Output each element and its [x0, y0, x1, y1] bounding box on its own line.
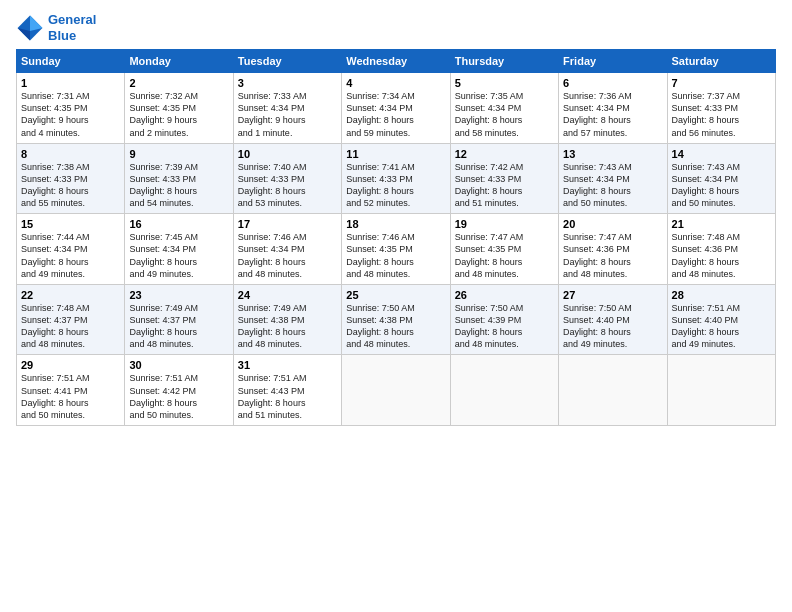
calendar-week-4: 22Sunrise: 7:48 AM Sunset: 4:37 PM Dayli… — [17, 284, 776, 355]
col-header-saturday: Saturday — [667, 50, 775, 73]
day-number: 25 — [346, 289, 445, 301]
day-number: 7 — [672, 77, 771, 89]
day-number: 10 — [238, 148, 337, 160]
calendar-cell-12: 12Sunrise: 7:42 AM Sunset: 4:33 PM Dayli… — [450, 143, 558, 214]
day-info: Sunrise: 7:51 AM Sunset: 4:41 PM Dayligh… — [21, 372, 120, 421]
day-number: 9 — [129, 148, 228, 160]
day-number: 17 — [238, 218, 337, 230]
day-info: Sunrise: 7:43 AM Sunset: 4:34 PM Dayligh… — [672, 161, 771, 210]
calendar-cell-1: 1Sunrise: 7:31 AM Sunset: 4:35 PM Daylig… — [17, 73, 125, 144]
day-info: Sunrise: 7:51 AM Sunset: 4:43 PM Dayligh… — [238, 372, 337, 421]
calendar-cell-11: 11Sunrise: 7:41 AM Sunset: 4:33 PM Dayli… — [342, 143, 450, 214]
logo: General Blue — [16, 12, 96, 43]
calendar-week-1: 1Sunrise: 7:31 AM Sunset: 4:35 PM Daylig… — [17, 73, 776, 144]
day-number: 15 — [21, 218, 120, 230]
day-number: 11 — [346, 148, 445, 160]
calendar-cell-6: 6Sunrise: 7:36 AM Sunset: 4:34 PM Daylig… — [559, 73, 667, 144]
day-number: 23 — [129, 289, 228, 301]
day-info: Sunrise: 7:37 AM Sunset: 4:33 PM Dayligh… — [672, 90, 771, 139]
day-number: 13 — [563, 148, 662, 160]
calendar-cell-empty — [342, 355, 450, 426]
day-info: Sunrise: 7:35 AM Sunset: 4:34 PM Dayligh… — [455, 90, 554, 139]
calendar-cell-9: 9Sunrise: 7:39 AM Sunset: 4:33 PM Daylig… — [125, 143, 233, 214]
day-number: 24 — [238, 289, 337, 301]
day-info: Sunrise: 7:50 AM Sunset: 4:39 PM Dayligh… — [455, 302, 554, 351]
day-info: Sunrise: 7:51 AM Sunset: 4:40 PM Dayligh… — [672, 302, 771, 351]
col-header-friday: Friday — [559, 50, 667, 73]
calendar-cell-empty — [450, 355, 558, 426]
logo-text: General Blue — [48, 12, 96, 43]
day-number: 29 — [21, 359, 120, 371]
day-number: 16 — [129, 218, 228, 230]
calendar-cell-31: 31Sunrise: 7:51 AM Sunset: 4:43 PM Dayli… — [233, 355, 341, 426]
day-number: 19 — [455, 218, 554, 230]
day-info: Sunrise: 7:32 AM Sunset: 4:35 PM Dayligh… — [129, 90, 228, 139]
calendar-cell-8: 8Sunrise: 7:38 AM Sunset: 4:33 PM Daylig… — [17, 143, 125, 214]
calendar-cell-empty — [559, 355, 667, 426]
day-number: 3 — [238, 77, 337, 89]
day-info: Sunrise: 7:48 AM Sunset: 4:37 PM Dayligh… — [21, 302, 120, 351]
day-number: 21 — [672, 218, 771, 230]
day-number: 2 — [129, 77, 228, 89]
calendar-table: SundayMondayTuesdayWednesdayThursdayFrid… — [16, 49, 776, 426]
calendar-cell-15: 15Sunrise: 7:44 AM Sunset: 4:34 PM Dayli… — [17, 214, 125, 285]
day-number: 6 — [563, 77, 662, 89]
calendar-cell-17: 17Sunrise: 7:46 AM Sunset: 4:34 PM Dayli… — [233, 214, 341, 285]
calendar-cell-25: 25Sunrise: 7:50 AM Sunset: 4:38 PM Dayli… — [342, 284, 450, 355]
calendar-cell-22: 22Sunrise: 7:48 AM Sunset: 4:37 PM Dayli… — [17, 284, 125, 355]
day-info: Sunrise: 7:34 AM Sunset: 4:34 PM Dayligh… — [346, 90, 445, 139]
day-info: Sunrise: 7:43 AM Sunset: 4:34 PM Dayligh… — [563, 161, 662, 210]
day-info: Sunrise: 7:40 AM Sunset: 4:33 PM Dayligh… — [238, 161, 337, 210]
day-number: 26 — [455, 289, 554, 301]
calendar-cell-5: 5Sunrise: 7:35 AM Sunset: 4:34 PM Daylig… — [450, 73, 558, 144]
day-info: Sunrise: 7:49 AM Sunset: 4:37 PM Dayligh… — [129, 302, 228, 351]
col-header-thursday: Thursday — [450, 50, 558, 73]
calendar-cell-23: 23Sunrise: 7:49 AM Sunset: 4:37 PM Dayli… — [125, 284, 233, 355]
day-number: 4 — [346, 77, 445, 89]
day-number: 5 — [455, 77, 554, 89]
logo-icon — [16, 14, 44, 42]
day-info: Sunrise: 7:47 AM Sunset: 4:35 PM Dayligh… — [455, 231, 554, 280]
calendar-cell-2: 2Sunrise: 7:32 AM Sunset: 4:35 PM Daylig… — [125, 73, 233, 144]
calendar-cell-18: 18Sunrise: 7:46 AM Sunset: 4:35 PM Dayli… — [342, 214, 450, 285]
calendar-cell-24: 24Sunrise: 7:49 AM Sunset: 4:38 PM Dayli… — [233, 284, 341, 355]
calendar-cell-3: 3Sunrise: 7:33 AM Sunset: 4:34 PM Daylig… — [233, 73, 341, 144]
day-info: Sunrise: 7:51 AM Sunset: 4:42 PM Dayligh… — [129, 372, 228, 421]
day-info: Sunrise: 7:45 AM Sunset: 4:34 PM Dayligh… — [129, 231, 228, 280]
day-info: Sunrise: 7:31 AM Sunset: 4:35 PM Dayligh… — [21, 90, 120, 139]
day-info: Sunrise: 7:38 AM Sunset: 4:33 PM Dayligh… — [21, 161, 120, 210]
day-info: Sunrise: 7:33 AM Sunset: 4:34 PM Dayligh… — [238, 90, 337, 139]
calendar-cell-27: 27Sunrise: 7:50 AM Sunset: 4:40 PM Dayli… — [559, 284, 667, 355]
day-info: Sunrise: 7:49 AM Sunset: 4:38 PM Dayligh… — [238, 302, 337, 351]
calendar-cell-20: 20Sunrise: 7:47 AM Sunset: 4:36 PM Dayli… — [559, 214, 667, 285]
calendar-cell-empty — [667, 355, 775, 426]
calendar-week-5: 29Sunrise: 7:51 AM Sunset: 4:41 PM Dayli… — [17, 355, 776, 426]
day-info: Sunrise: 7:42 AM Sunset: 4:33 PM Dayligh… — [455, 161, 554, 210]
day-info: Sunrise: 7:39 AM Sunset: 4:33 PM Dayligh… — [129, 161, 228, 210]
day-number: 22 — [21, 289, 120, 301]
day-info: Sunrise: 7:36 AM Sunset: 4:34 PM Dayligh… — [563, 90, 662, 139]
col-header-wednesday: Wednesday — [342, 50, 450, 73]
calendar-week-2: 8Sunrise: 7:38 AM Sunset: 4:33 PM Daylig… — [17, 143, 776, 214]
calendar-cell-26: 26Sunrise: 7:50 AM Sunset: 4:39 PM Dayli… — [450, 284, 558, 355]
col-header-monday: Monday — [125, 50, 233, 73]
calendar-cell-29: 29Sunrise: 7:51 AM Sunset: 4:41 PM Dayli… — [17, 355, 125, 426]
calendar-cell-13: 13Sunrise: 7:43 AM Sunset: 4:34 PM Dayli… — [559, 143, 667, 214]
calendar-cell-16: 16Sunrise: 7:45 AM Sunset: 4:34 PM Dayli… — [125, 214, 233, 285]
day-number: 28 — [672, 289, 771, 301]
calendar-week-3: 15Sunrise: 7:44 AM Sunset: 4:34 PM Dayli… — [17, 214, 776, 285]
day-info: Sunrise: 7:50 AM Sunset: 4:38 PM Dayligh… — [346, 302, 445, 351]
day-number: 12 — [455, 148, 554, 160]
day-number: 18 — [346, 218, 445, 230]
calendar-cell-28: 28Sunrise: 7:51 AM Sunset: 4:40 PM Dayli… — [667, 284, 775, 355]
calendar-cell-14: 14Sunrise: 7:43 AM Sunset: 4:34 PM Dayli… — [667, 143, 775, 214]
day-info: Sunrise: 7:48 AM Sunset: 4:36 PM Dayligh… — [672, 231, 771, 280]
day-number: 27 — [563, 289, 662, 301]
day-info: Sunrise: 7:44 AM Sunset: 4:34 PM Dayligh… — [21, 231, 120, 280]
calendar-cell-19: 19Sunrise: 7:47 AM Sunset: 4:35 PM Dayli… — [450, 214, 558, 285]
day-number: 14 — [672, 148, 771, 160]
calendar-cell-4: 4Sunrise: 7:34 AM Sunset: 4:34 PM Daylig… — [342, 73, 450, 144]
col-header-sunday: Sunday — [17, 50, 125, 73]
day-info: Sunrise: 7:41 AM Sunset: 4:33 PM Dayligh… — [346, 161, 445, 210]
calendar-cell-21: 21Sunrise: 7:48 AM Sunset: 4:36 PM Dayli… — [667, 214, 775, 285]
